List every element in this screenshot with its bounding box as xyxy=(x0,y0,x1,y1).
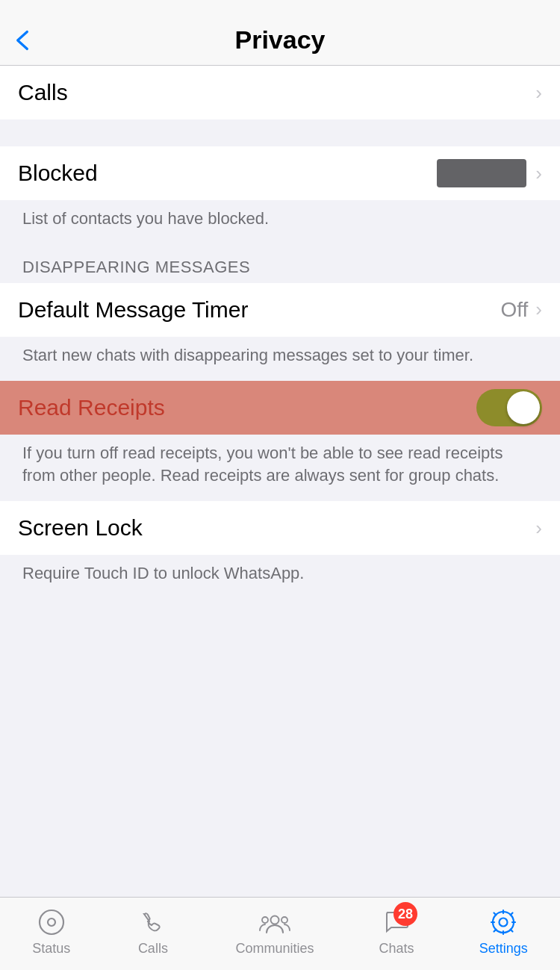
status-tab-label: Status xyxy=(32,941,70,957)
tab-chats[interactable]: 28 Chats xyxy=(379,907,414,957)
disappearing-messages-header: DISAPPEARING MESSAGES xyxy=(0,244,560,283)
settings-tab-label: Settings xyxy=(479,941,528,957)
screen-lock-row[interactable]: Screen Lock › xyxy=(0,501,560,555)
tab-bar: Status Calls Communities xyxy=(0,897,560,970)
screen-lock-label: Screen Lock xyxy=(18,515,535,541)
read-receipts-toggle[interactable] xyxy=(476,389,542,426)
navigation-bar: Privacy xyxy=(0,0,560,66)
calls-label: Calls xyxy=(18,80,535,105)
default-timer-value: Off xyxy=(500,298,528,322)
default-timer-row[interactable]: Default Message Timer Off › xyxy=(0,283,560,337)
svg-point-5 xyxy=(500,918,508,927)
tab-settings[interactable]: Settings xyxy=(479,907,528,957)
chats-tab-label: Chats xyxy=(379,941,414,957)
screen-lock-section: Screen Lock › xyxy=(0,501,560,555)
svg-point-0 xyxy=(40,910,63,934)
screen-lock-footer: Require Touch ID to unlock WhatsApp. xyxy=(0,555,560,599)
read-receipts-label: Read Receipts xyxy=(18,395,476,420)
communities-tab-label: Communities xyxy=(235,941,314,957)
calls-section: Calls › xyxy=(0,66,560,119)
blocked-badge xyxy=(437,159,526,187)
settings-icon xyxy=(485,907,521,938)
page-title: Privacy xyxy=(235,25,326,55)
toggle-knob xyxy=(507,391,540,424)
blocked-footer: List of contacts you have blocked. xyxy=(0,200,560,244)
svg-point-2 xyxy=(270,916,279,924)
blocked-label: Blocked xyxy=(18,161,437,186)
default-timer-label: Default Message Timer xyxy=(18,297,500,323)
screen-lock-chevron-icon: › xyxy=(535,517,542,540)
svg-point-3 xyxy=(262,917,268,923)
svg-point-1 xyxy=(48,918,55,926)
read-receipts-footer: If you turn off read receipts, you won't… xyxy=(0,435,560,502)
tab-communities[interactable]: Communities xyxy=(235,907,314,957)
back-button[interactable] xyxy=(15,30,30,51)
chats-icon: 28 xyxy=(379,907,414,938)
svg-point-6 xyxy=(493,912,514,933)
status-icon xyxy=(34,907,69,938)
calls-row[interactable]: Calls › xyxy=(0,66,560,119)
tab-status[interactable]: Status xyxy=(32,907,70,957)
timer-chevron-icon: › xyxy=(535,298,542,321)
main-content: Calls › Blocked › List of contacts you h… xyxy=(0,66,560,672)
read-receipts-section: Read Receipts xyxy=(0,381,560,435)
blocked-chevron-icon: › xyxy=(535,162,542,185)
blocked-section: Blocked › xyxy=(0,146,560,200)
timer-footer: Start new chats with disappearing messag… xyxy=(0,337,560,381)
read-receipts-row[interactable]: Read Receipts xyxy=(0,381,560,435)
tab-calls[interactable]: Calls xyxy=(135,907,171,957)
spacer-1 xyxy=(0,119,560,146)
calls-tab-icon xyxy=(135,907,171,938)
communities-icon xyxy=(257,907,293,938)
chats-badge: 28 xyxy=(393,902,417,926)
svg-point-4 xyxy=(281,917,287,923)
calls-tab-label: Calls xyxy=(138,941,168,957)
blocked-row[interactable]: Blocked › xyxy=(0,146,560,200)
calls-chevron-icon: › xyxy=(535,81,542,105)
disappearing-section: Default Message Timer Off › xyxy=(0,283,560,337)
